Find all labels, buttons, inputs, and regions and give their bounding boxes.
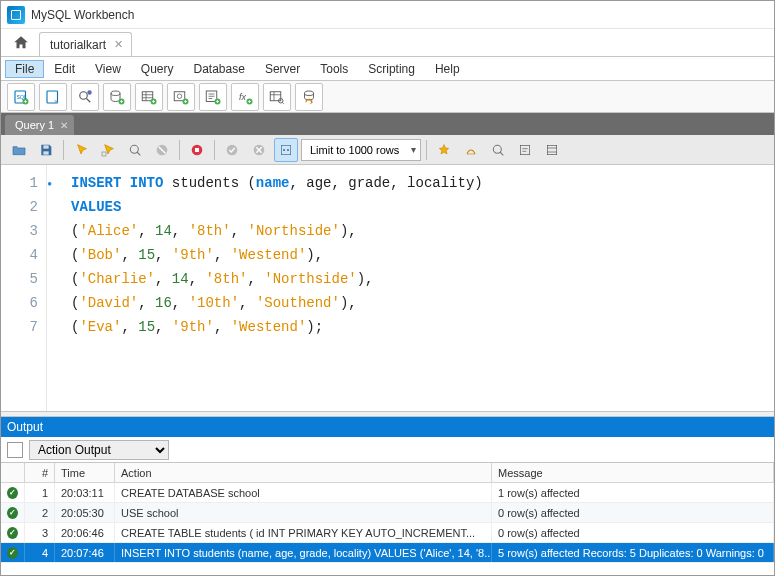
wrap-button[interactable] [513,138,537,162]
line-number: 1 [1,171,38,195]
menu-server[interactable]: Server [255,60,310,78]
svg-point-19 [305,91,314,96]
cell-action: INSERT INTO students (name, age, grade, … [115,543,492,562]
svg-rect-29 [281,145,290,154]
new-procedure-button[interactable] [199,83,227,111]
svg-point-27 [227,144,238,155]
code-line[interactable]: ('Charlie', 14, '8th', 'Northside'), [71,267,483,291]
home-button[interactable] [7,30,35,56]
menu-file[interactable]: File [5,60,44,78]
cell-message: 5 row(s) affected Records: 5 Duplicates:… [492,543,774,562]
sql-editor[interactable]: 1234567 INSERT INTO students (name, age,… [1,165,774,411]
col-action[interactable]: Action [115,463,492,482]
snippets-button[interactable] [540,138,564,162]
find-button[interactable] [459,138,483,162]
inspector-button[interactable] [71,83,99,111]
app-title: MySQL Workbench [31,8,134,22]
output-row[interactable]: 420:07:46INSERT INTO students (name, age… [1,543,774,563]
new-table-button[interactable] [135,83,163,111]
line-number: 3 [1,219,38,243]
save-button[interactable] [34,138,58,162]
execute-current-button[interactable] [96,138,120,162]
menu-edit[interactable]: Edit [44,60,85,78]
output-copy-button[interactable] [7,442,23,458]
new-function-button[interactable]: fx [231,83,259,111]
menu-help[interactable]: Help [425,60,470,78]
menu-tools[interactable]: Tools [310,60,358,78]
cell-num: 1 [25,483,55,502]
commit-button[interactable] [220,138,244,162]
cell-time: 20:03:11 [55,483,115,502]
separator [63,140,64,160]
cell-message: 0 row(s) affected [492,523,774,542]
limit-rows-dropdown[interactable]: Limit to 1000 rows [301,139,421,161]
toggle-invisible-button[interactable] [486,138,510,162]
output-panel-header[interactable]: Output [1,417,774,437]
svg-point-11 [177,94,182,99]
output-row[interactable]: 120:03:11CREATE DATABASE school1 row(s) … [1,483,774,503]
query-tab[interactable]: Query 1 ✕ [5,115,74,135]
open-sql-button[interactable] [39,83,67,111]
output-row[interactable]: 220:05:30USE school0 row(s) affected [1,503,774,523]
search-table-button[interactable] [263,83,291,111]
reconnect-button[interactable] [295,83,323,111]
svg-point-31 [287,149,289,151]
explain-button[interactable] [123,138,147,162]
col-num[interactable]: # [25,463,55,482]
new-schema-button[interactable] [103,83,131,111]
output-row[interactable]: 320:06:46CREATE TABLE students ( id INT … [1,523,774,543]
beautify-button[interactable] [432,138,456,162]
code-line[interactable]: VALUES [71,195,483,219]
close-icon[interactable]: ✕ [112,38,125,51]
menu-view[interactable]: View [85,60,131,78]
rollback-button[interactable] [247,138,271,162]
cell-num: 2 [25,503,55,522]
cell-num: 3 [25,523,55,542]
code-line[interactable]: ('David', 16, '10th', 'Southend'), [71,291,483,315]
line-number: 6 [1,291,38,315]
code-line[interactable]: ('Eva', 15, '9th', 'Westend'); [71,315,483,339]
menu-bar: FileEditViewQueryDatabaseServerToolsScri… [1,57,774,81]
svg-rect-21 [43,151,48,154]
svg-rect-20 [43,145,48,148]
output-toolbar: Action Output [1,437,774,463]
toggle-whitespace-button[interactable] [274,138,298,162]
status-ok-icon [7,547,18,559]
svg-rect-33 [520,145,529,154]
svg-text:fx: fx [239,92,247,102]
document-tab[interactable]: tutorialkart ✕ [39,32,132,56]
svg-point-5 [87,90,92,95]
menu-database[interactable]: Database [184,60,255,78]
close-icon[interactable]: ✕ [60,120,68,131]
cell-action: CREATE DATABASE school [115,483,492,502]
cell-time: 20:05:30 [55,503,115,522]
document-tab-label: tutorialkart [50,38,106,52]
line-gutter: 1234567 [1,165,47,411]
code-line[interactable]: INSERT INTO students (name, age, grade, … [71,171,483,195]
execute-button[interactable] [69,138,93,162]
col-message[interactable]: Message [492,463,774,482]
app-logo-icon [7,6,25,24]
output-rows: 120:03:11CREATE DATABASE school1 row(s) … [1,483,774,563]
cell-message: 0 row(s) affected [492,503,774,522]
cell-action: CREATE TABLE students ( id INT PRIMARY K… [115,523,492,542]
output-mode-select[interactable]: Action Output [29,440,169,460]
toggle-autocommit-button[interactable] [185,138,209,162]
code-line[interactable]: ('Alice', 14, '8th', 'Northside'), [71,219,483,243]
new-view-button[interactable] [167,83,195,111]
open-file-button[interactable] [7,138,31,162]
menu-query[interactable]: Query [131,60,184,78]
status-ok-icon [7,487,18,499]
stop-button[interactable] [150,138,174,162]
col-time[interactable]: Time [55,463,115,482]
code-line[interactable]: ('Bob', 15, '9th', 'Westend'), [71,243,483,267]
svg-rect-10 [174,91,185,100]
cell-time: 20:06:46 [55,523,115,542]
new-sql-tab-button[interactable]: SQL [7,83,35,111]
main-toolbar: SQL fx [1,81,774,113]
menu-scripting[interactable]: Scripting [358,60,425,78]
code-area[interactable]: INSERT INTO students (name, age, grade, … [47,165,483,411]
svg-rect-26 [195,148,199,152]
svg-rect-22 [102,152,106,156]
svg-point-4 [80,91,88,99]
